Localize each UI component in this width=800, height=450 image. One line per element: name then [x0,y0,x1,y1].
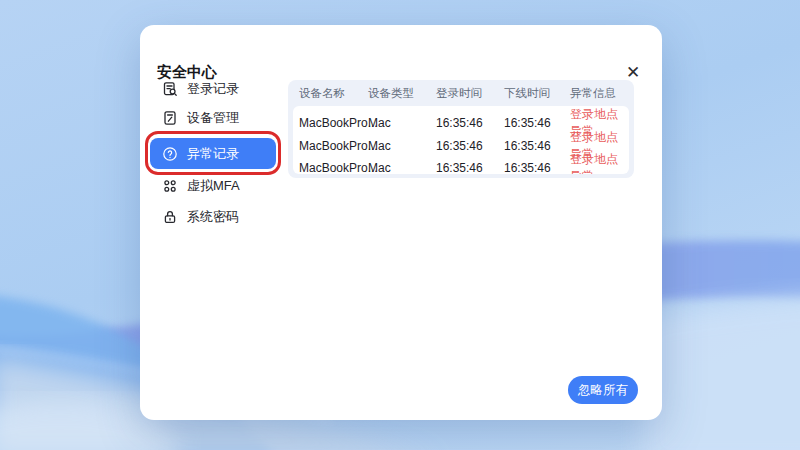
close-icon: ✕ [626,64,640,81]
sidebar-item-login-records[interactable]: 登录记录 [150,73,276,104]
cell-offline-time: 16:35:46 [504,116,570,130]
table-header: 设备名称 设备类型 登录时间 下线时间 异常信息 [288,80,634,106]
dots-grid-icon [162,178,178,194]
sidebar-item-label: 系统密码 [187,208,239,226]
cell-device-type: Mac [368,161,436,174]
cell-device-name: MacBookPro... [299,139,368,153]
col-offline-time: 下线时间 [504,86,570,101]
security-center-dialog: 安全中心 ✕ 登录记录 [140,25,662,420]
table-row: MacBookPro... Mac 16:35:46 16:35:46 登录地点… [293,129,629,152]
cell-offline-time: 16:35:46 [504,139,570,153]
sidebar-item-label: 异常记录 [187,145,239,163]
cell-device-type: Mac [368,116,436,130]
cell-login-time: 16:35:46 [436,139,504,153]
sidebar-item-system-password[interactable]: 系统密码 [150,201,276,232]
cell-offline-time: 16:35:46 [504,161,570,174]
document-edit-icon [162,110,178,126]
col-abnormal-info: 异常信息 [570,86,634,101]
sidebar-item-abnormal-records[interactable]: 异常记录 [150,138,276,169]
sidebar-item-label: 设备管理 [187,109,239,127]
cell-login-time: 16:35:46 [436,161,504,174]
cell-abnormal-info: 登录地点异常 [570,151,629,174]
sidebar-item-device-management[interactable]: 设备管理 [150,102,276,133]
sidebar-item-virtual-mfa[interactable]: 虚拟MFA [150,170,276,201]
lock-icon [162,209,178,225]
col-login-time: 登录时间 [436,86,504,101]
cell-device-name: MacBookPro... [299,161,368,174]
table-body: MacBookPro... Mac 16:35:46 16:35:46 登录地点… [293,106,629,174]
cell-device-name: MacBookPro... [299,116,368,130]
sidebar: 登录记录 设备管理 异常记录 [150,25,286,420]
cell-device-type: Mac [368,139,436,153]
abnormal-records-table: 设备名称 设备类型 登录时间 下线时间 异常信息 MacBookPro... M… [288,80,634,178]
cell-login-time: 16:35:46 [436,116,504,130]
question-circle-icon [162,146,178,162]
table-row: MacBookPro... Mac 16:35:46 16:35:46 登录地点… [293,106,629,129]
sidebar-item-label: 登录记录 [187,80,239,98]
table-row: MacBookPro... Mac 16:35:46 16:35:46 登录地点… [293,151,629,174]
document-search-icon [162,81,178,97]
col-device-name: 设备名称 [299,86,368,101]
sidebar-item-label: 虚拟MFA [187,177,240,195]
ignore-all-button[interactable]: 忽略所有 [568,376,638,404]
col-device-type: 设备类型 [368,86,436,101]
